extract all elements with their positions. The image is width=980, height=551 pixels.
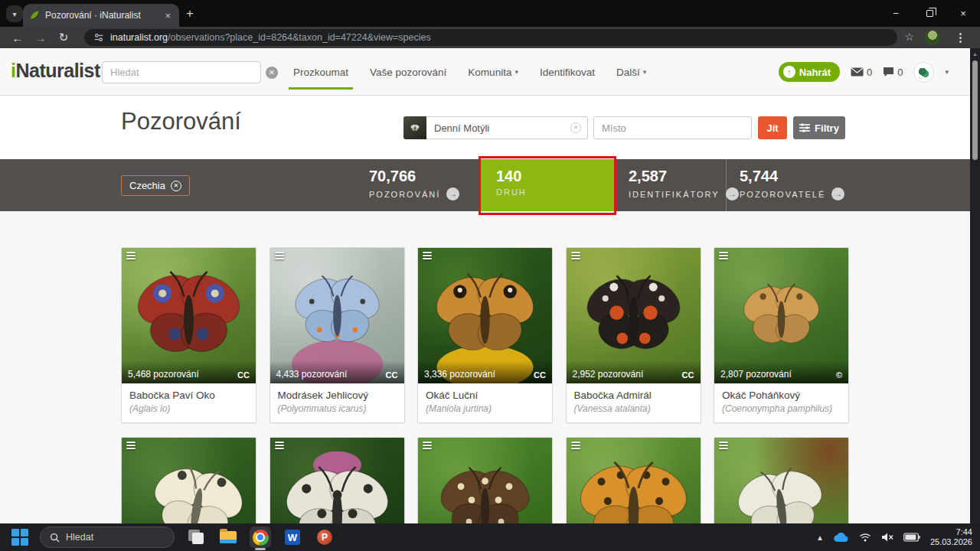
- species-common-name: Babočka Admirál: [574, 390, 693, 401]
- start-button[interactable]: [11, 528, 29, 546]
- species-card[interactable]: [270, 437, 405, 523]
- species-card[interactable]: 2,952 pozorování CC Babočka Admirál (Van…: [566, 247, 701, 423]
- mail-icon: [851, 67, 864, 77]
- search-clear-icon[interactable]: ✕: [266, 67, 278, 79]
- wifi-icon[interactable]: [859, 533, 871, 542]
- species-photo: [714, 438, 848, 523]
- place-chip-remove-icon[interactable]: ✕: [171, 181, 181, 191]
- browser-tab[interactable]: Pozorování · iNaturalist ×: [23, 4, 179, 27]
- license-badge: CC: [682, 370, 694, 380]
- task-view-button[interactable]: [185, 527, 207, 548]
- tab-close-icon[interactable]: ×: [162, 10, 173, 21]
- messages-indicator[interactable]: 0: [851, 67, 872, 78]
- species-card[interactable]: 5,468 pozorování CC Babočka Paví Oko (Ag…: [121, 247, 256, 423]
- address-bar[interactable]: inaturalist.org/observations?place_id=82…: [84, 29, 897, 46]
- window-minimize-button[interactable]: −: [879, 0, 913, 27]
- window-restore-button[interactable]: [913, 0, 946, 27]
- species-photo: 5,468 pozorování CC: [122, 248, 256, 383]
- species-photo: [418, 438, 552, 523]
- compare-list-icon[interactable]: [571, 442, 580, 451]
- word-button[interactable]: W: [282, 527, 303, 548]
- powerpoint-button[interactable]: P: [314, 527, 335, 548]
- species-info: Okáč Poháňkový (Coenonympha pamphilus): [714, 383, 848, 422]
- search-input[interactable]: [102, 61, 261, 83]
- species-card[interactable]: [417, 437, 553, 523]
- taskbar-search[interactable]: Hledat: [40, 527, 175, 548]
- stat-block-pozorovani[interactable]: 70,766POZOROVÁNÍ→: [351, 159, 480, 211]
- compare-list-icon[interactable]: [571, 252, 580, 261]
- page-viewport: iNaturalist ✕ ProzkoumatVaše pozorováníK…: [0, 48, 980, 523]
- compare-list-icon[interactable]: [719, 442, 728, 451]
- go-button[interactable]: Jít: [758, 116, 787, 139]
- stat-label: DRUH: [496, 187, 527, 197]
- upload-button[interactable]: ↑ Nahrát: [779, 62, 840, 82]
- browser-profile-avatar[interactable]: [925, 30, 940, 45]
- arrow-right-icon[interactable]: →: [831, 187, 844, 201]
- sliders-icon: [799, 123, 810, 132]
- window-close-button[interactable]: ×: [946, 0, 980, 27]
- reload-button[interactable]: ↻: [52, 31, 75, 44]
- taxon-filter-input[interactable]: [426, 116, 588, 139]
- battery-icon[interactable]: [903, 533, 920, 542]
- species-card[interactable]: 4,433 pozorování CC Modrásek Jehlicový (…: [270, 247, 405, 423]
- observation-count: 3,336 pozorování: [424, 369, 495, 380]
- filters-button[interactable]: Filtry: [793, 116, 845, 139]
- scrollbar-thumb[interactable]: [972, 60, 978, 160]
- stat-block-pozorovatele[interactable]: 5,744POZOROVATELÉ→: [726, 159, 846, 211]
- place-chip[interactable]: Czechia ✕: [121, 175, 190, 196]
- site-controls-icon: [93, 32, 104, 43]
- species-card[interactable]: [714, 437, 849, 523]
- tab-search-button[interactable]: ▾: [6, 5, 23, 22]
- stat-block-identifikatory[interactable]: 2,587IDENTIFIKÁTORY→: [615, 159, 726, 211]
- upload-arrow-icon: ↑: [783, 66, 795, 78]
- browser-menu-icon[interactable]: [959, 33, 962, 43]
- chat-indicator[interactable]: 0: [883, 67, 903, 78]
- stat-value: 2,587: [629, 168, 726, 185]
- url-text: inaturalist.org/observations?place_id=82…: [110, 32, 431, 43]
- nav-item-vase-pozorovani[interactable]: Vaše pozorování: [370, 48, 446, 96]
- nav-item-prozkoumat[interactable]: Prozkoumat: [293, 48, 348, 96]
- onedrive-icon[interactable]: [834, 533, 849, 543]
- page-scrollbar[interactable]: ▲: [970, 48, 980, 523]
- tray-chevron-icon[interactable]: ▲: [816, 533, 824, 542]
- stats-bar: Czechia ✕ 70,766POZOROVÁNÍ→140DRUH2,587I…: [0, 159, 970, 211]
- taskbar-clock[interactable]: 7:44 25.03.2026: [930, 527, 972, 547]
- taxon-clear-icon[interactable]: ✕: [570, 122, 581, 133]
- browser-toolbar: ← → ↻ inaturalist.org/observations?place…: [0, 27, 980, 48]
- species-card[interactable]: [121, 437, 256, 523]
- compare-list-icon[interactable]: [126, 252, 136, 261]
- species-card[interactable]: 2,807 pozorování © Okáč Poháňkový (Coeno…: [714, 247, 849, 423]
- bookmark-star-icon[interactable]: ☆: [904, 31, 914, 43]
- stat-block-druh[interactable]: 140DRUH: [480, 159, 615, 211]
- volume-muted-icon[interactable]: [881, 533, 893, 542]
- file-explorer-button[interactable]: [217, 527, 239, 548]
- user-menu-caret-icon[interactable]: ▾: [945, 68, 949, 76]
- user-avatar[interactable]: [913, 62, 934, 83]
- compare-list-icon[interactable]: [719, 252, 728, 261]
- compare-list-icon[interactable]: [275, 442, 284, 451]
- species-photo: [122, 438, 256, 523]
- word-icon: W: [285, 530, 300, 545]
- back-button[interactable]: ←: [6, 31, 29, 44]
- compare-list-icon[interactable]: [275, 252, 284, 261]
- nav-item-dalsi[interactable]: Další▾: [616, 48, 646, 96]
- species-photo: 2,807 pozorování ©: [714, 248, 848, 383]
- new-tab-button[interactable]: +: [186, 6, 194, 21]
- species-photo: 3,336 pozorování CC: [418, 248, 552, 383]
- place-filter-input[interactable]: [593, 116, 752, 139]
- chrome-button[interactable]: [250, 527, 271, 548]
- species-card[interactable]: 3,336 pozorování CC Okáč Luční (Maniola …: [417, 247, 553, 423]
- scrollbar-up-arrow[interactable]: ▲: [970, 48, 980, 57]
- compare-list-icon[interactable]: [423, 442, 432, 451]
- species-card[interactable]: [566, 437, 701, 523]
- compare-list-icon[interactable]: [126, 442, 136, 451]
- compare-list-icon[interactable]: [423, 252, 432, 261]
- arrow-right-icon[interactable]: →: [446, 187, 459, 201]
- nav-item-identifikovat[interactable]: Identifikovat: [540, 48, 595, 96]
- forward-button[interactable]: →: [29, 31, 52, 44]
- inaturalist-logo[interactable]: iNaturalist: [11, 60, 100, 82]
- nav-item-komunita[interactable]: Komunita▾: [468, 48, 518, 96]
- page-head: Pozorování ✕ Jít Filtry: [0, 96, 970, 159]
- species-common-name: Okáč Poháňkový: [722, 390, 841, 401]
- folder-icon: [220, 531, 237, 543]
